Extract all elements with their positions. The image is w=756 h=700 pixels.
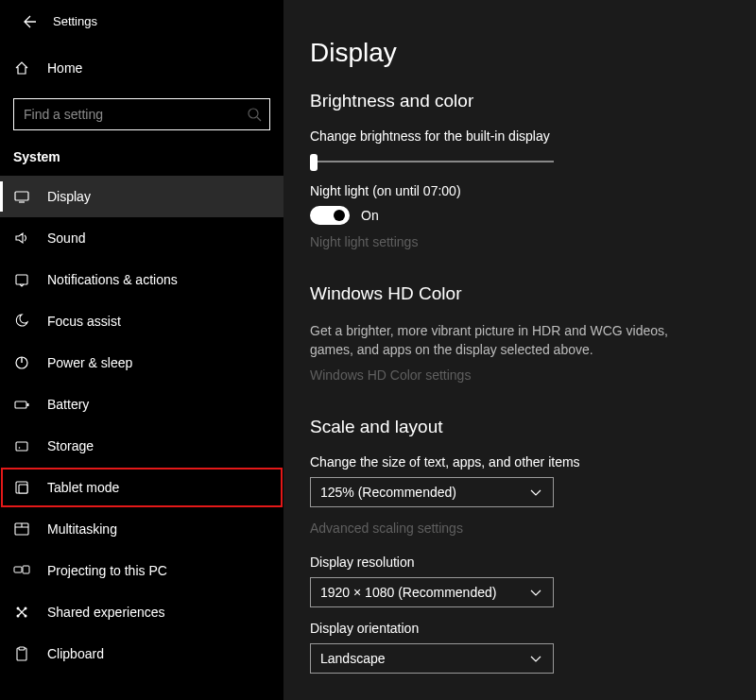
chevron-down-icon <box>528 652 543 665</box>
page-title: Display <box>310 38 730 68</box>
sidebar-item-tablet[interactable]: Tablet mode <box>0 467 284 508</box>
sidebar-group-header: System <box>0 130 284 176</box>
sidebar-item-label: Power & sleep <box>47 355 132 370</box>
resolution-label: Display resolution <box>310 555 730 570</box>
window-title: Settings <box>53 14 97 28</box>
sidebar-home[interactable]: Home <box>0 47 284 89</box>
resolution-value: 1920 × 1080 (Recommended) <box>320 585 496 600</box>
sidebar-item-label: Notifications & actions <box>47 272 178 287</box>
battery-icon <box>13 396 30 413</box>
sound-icon <box>13 230 30 247</box>
text-size-value: 125% (Recommended) <box>320 485 456 500</box>
brightness-slider[interactable] <box>310 151 554 174</box>
storage-icon <box>13 437 30 454</box>
sidebar-item-sound[interactable]: Sound <box>0 217 284 259</box>
hdcolor-body: Get a brighter, more vibrant picture in … <box>310 321 688 360</box>
shared-icon <box>13 604 30 621</box>
sidebar-item-battery[interactable]: Battery <box>0 384 284 425</box>
sidebar-item-label: Sound <box>47 230 85 246</box>
sidebar-item-focus[interactable]: Focus assist <box>0 300 284 342</box>
power-icon <box>13 354 30 371</box>
sidebar-item-projecting[interactable]: Projecting to this PC <box>0 550 284 591</box>
sidebar-item-power[interactable]: Power & sleep <box>0 342 284 384</box>
sidebar-item-label: Storage <box>47 438 94 453</box>
multitasking-icon <box>13 521 30 538</box>
sidebar-item-storage[interactable]: Storage <box>0 425 284 467</box>
sidebar-item-label: Battery <box>47 397 89 412</box>
projecting-icon <box>13 562 30 579</box>
sidebar: Settings Home System DisplaySoundNotific… <box>0 0 284 700</box>
home-icon <box>13 60 30 77</box>
section-hdcolor: Windows HD Color Get a brighter, more vi… <box>310 283 730 383</box>
sidebar-item-shared[interactable]: Shared experiences <box>0 591 284 633</box>
clipboard-icon <box>13 645 30 662</box>
night-light-label: Night light (on until 07:00) <box>310 183 730 198</box>
slider-track <box>310 161 554 162</box>
sidebar-item-label: Projecting to this PC <box>47 563 167 578</box>
section-scale: Scale and layout Change the size of text… <box>310 417 730 674</box>
titlebar: Settings <box>0 9 284 38</box>
sidebar-item-label: Tablet mode <box>47 480 119 495</box>
resolution-dropdown[interactable]: 1920 × 1080 (Recommended) <box>310 577 554 607</box>
sidebar-item-display[interactable]: Display <box>0 176 284 217</box>
sidebar-item-label: Clipboard <box>47 646 104 661</box>
search-input[interactable] <box>14 99 269 129</box>
sidebar-item-label: Focus assist <box>47 314 121 329</box>
back-icon[interactable] <box>21 13 36 28</box>
notifications-icon <box>13 271 30 288</box>
sidebar-item-label: Multitasking <box>47 521 117 537</box>
sidebar-navlist: DisplaySoundNotifications & actionsFocus… <box>0 176 284 674</box>
orientation-label: Display orientation <box>310 621 730 636</box>
main-content: Display Brightness and color Change brig… <box>284 0 756 700</box>
chevron-down-icon <box>528 486 543 499</box>
sidebar-home-label: Home <box>47 60 82 76</box>
chevron-down-icon <box>528 586 543 599</box>
night-light-toggle[interactable] <box>310 206 350 225</box>
advanced-scaling-link[interactable]: Advanced scaling settings <box>310 521 730 536</box>
sidebar-item-clipboard[interactable]: Clipboard <box>0 633 284 674</box>
slider-thumb[interactable] <box>310 154 318 171</box>
sidebar-item-label: Shared experiences <box>47 605 165 620</box>
night-light-state: On <box>361 208 379 223</box>
section-brightness: Brightness and color Change brightness f… <box>310 91 730 249</box>
tablet-icon <box>13 479 30 496</box>
orientation-value: Landscape <box>320 651 386 666</box>
brightness-slider-label: Change brightness for the built-in displ… <box>310 128 730 144</box>
night-light-settings-link[interactable]: Night light settings <box>310 234 730 249</box>
text-size-label: Change the size of text, apps, and other… <box>310 454 730 470</box>
search-icon <box>247 107 262 122</box>
text-size-dropdown[interactable]: 125% (Recommended) <box>310 477 554 507</box>
sidebar-item-label: Display <box>47 189 91 204</box>
section-heading-brightness: Brightness and color <box>310 91 730 111</box>
toggle-knob <box>334 210 345 221</box>
hdcolor-settings-link[interactable]: Windows HD Color settings <box>310 367 730 383</box>
orientation-dropdown[interactable]: Landscape <box>310 643 554 674</box>
display-icon <box>13 188 30 205</box>
sidebar-item-notifications[interactable]: Notifications & actions <box>0 259 284 300</box>
section-heading-hdcolor: Windows HD Color <box>310 283 730 304</box>
search-box[interactable] <box>13 98 270 130</box>
sidebar-item-multitasking[interactable]: Multitasking <box>0 508 284 550</box>
focus-assist-icon <box>13 313 30 330</box>
section-heading-scale: Scale and layout <box>310 417 730 437</box>
